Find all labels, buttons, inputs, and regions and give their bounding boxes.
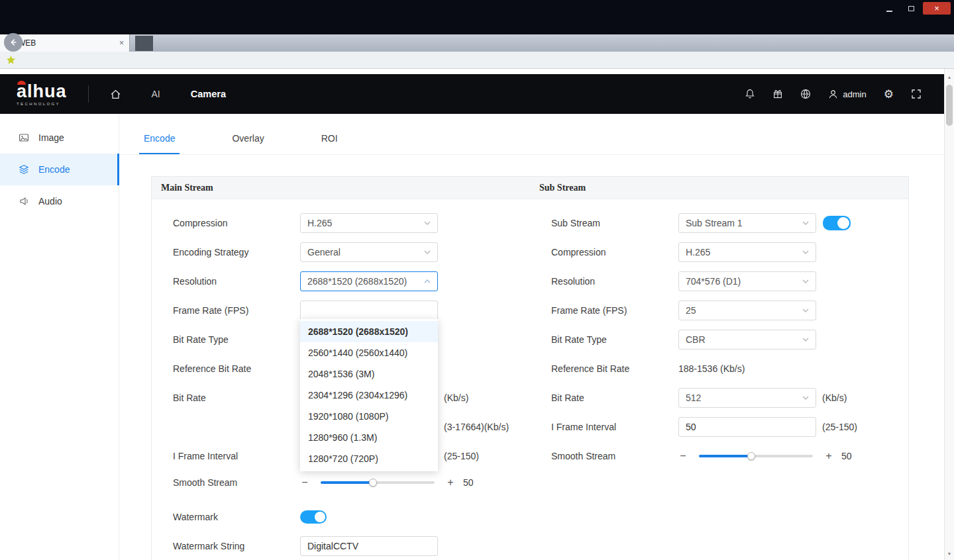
field-label: Resolution	[551, 276, 678, 287]
dropdown-option[interactable]: 2304*1296 (2304x1296)	[300, 385, 438, 406]
encode-layers-icon	[19, 164, 29, 175]
resolution-select[interactable]: 2688*1520 (2688x1520)	[300, 271, 438, 291]
nav-item-ai[interactable]: AI	[152, 89, 160, 99]
sub-stream-select[interactable]: Sub Stream 1	[678, 213, 816, 233]
sidebar: Image Encode Audio	[0, 114, 119, 560]
notification-bell-icon[interactable]	[745, 89, 755, 99]
sidebar-item-image[interactable]: Image	[0, 122, 119, 154]
user-menu[interactable]: admin	[828, 89, 866, 99]
dropdown-option[interactable]: 1920*1080 (1080P)	[300, 406, 438, 427]
dropdown-option[interactable]: 1280*960 (1.3M)	[300, 427, 438, 448]
panel-header: Main Stream Sub Stream	[152, 177, 908, 199]
compression-select[interactable]: H.265	[678, 242, 816, 262]
slider-handle[interactable]	[747, 452, 755, 460]
page-tabs: Encode Overlay ROI	[119, 114, 944, 155]
select-value: 704*576 (D1)	[686, 276, 741, 287]
select-value: H.265	[686, 247, 710, 257]
sub-stream-enable-toggle[interactable]	[823, 216, 851, 230]
select-value: H.265	[307, 218, 332, 228]
nav-item-camera[interactable]: Camera	[191, 89, 226, 99]
frame-rate-row: Frame Rate (FPS) 25	[530, 296, 908, 325]
select-value: 512	[686, 393, 701, 403]
field-label: Encoding Strategy	[173, 247, 300, 257]
header-divider	[88, 85, 89, 103]
dropdown-option[interactable]: 2688*1520 (2688x1520)	[300, 321, 438, 342]
dropdown-option[interactable]: 2560*1440 (2560x1440)	[300, 342, 438, 363]
chevron-up-icon	[424, 279, 431, 283]
header-nav: AI Camera	[110, 89, 226, 100]
dahua-logo: alhua TECHNOLOGY	[17, 83, 67, 106]
fullscreen-icon[interactable]	[911, 89, 922, 99]
slider-plus-button[interactable]: +	[446, 477, 455, 489]
resolution-select[interactable]: 704*576 (D1)	[678, 271, 816, 291]
watermark-string-row: Watermark String	[152, 532, 530, 560]
browser-back-button[interactable]	[4, 33, 23, 52]
tab-roi[interactable]: ROI	[317, 133, 343, 154]
browser-address-bar: http://192.168.1.108/#/index/camera/imgs…	[0, 17, 954, 34]
new-tab-button[interactable]	[135, 36, 153, 51]
scroll-up-arrow[interactable]: ▲	[945, 71, 954, 82]
tab-encode[interactable]: Encode	[139, 133, 180, 154]
bit-rate-type-select[interactable]: CBR	[678, 330, 816, 350]
sidebar-item-label: Image	[38, 132, 64, 143]
sidebar-item-audio[interactable]: Audio	[0, 185, 119, 217]
sub-stream-row: Sub Stream Sub Stream 1	[530, 209, 908, 238]
compression-select[interactable]: H.265	[300, 213, 438, 233]
slider-minus-button[interactable]: −	[678, 450, 688, 462]
scrollbar-thumb[interactable]	[946, 85, 953, 126]
favorite-page-star-icon[interactable]	[6, 55, 16, 65]
sidebar-item-encode[interactable]: Encode	[0, 154, 119, 185]
compression-row: Compression H.265	[530, 238, 908, 267]
brand-subtext: TECHNOLOGY	[17, 102, 67, 106]
dropdown-option[interactable]: 1280*720 (720P)	[300, 448, 438, 469]
scroll-down-arrow[interactable]: ▼	[945, 548, 954, 559]
tab-close-icon[interactable]: ×	[119, 38, 124, 48]
settings-gear-icon[interactable]: ⚙	[884, 89, 894, 100]
content-area: Encode Overlay ROI Main Stream Sub Strea…	[119, 114, 944, 560]
page-scrollbar[interactable]: ▲ ▼	[944, 69, 954, 560]
tab-overlay[interactable]: Overlay	[227, 133, 268, 154]
bit-rate-select[interactable]: 512	[678, 388, 816, 408]
watermark-string-input[interactable]	[300, 536, 438, 556]
toggle-knob	[315, 512, 325, 522]
smooth-stream-slider: − + 50	[300, 477, 474, 489]
select-value: CBR	[686, 334, 706, 345]
tab-title: WEB	[18, 38, 115, 48]
encoding-strategy-row: Encoding Strategy General	[152, 238, 530, 267]
frame-rate-select[interactable]	[300, 301, 438, 320]
resolution-row: Resolution 704*576 (D1)	[530, 267, 908, 296]
reference-bit-rate-value: 188-1536 (Kb/s)	[678, 363, 745, 374]
screen: × http://192.168.1.108/#/index/camera/im…	[0, 0, 954, 560]
field-label: Bit Rate	[173, 393, 300, 403]
chevron-down-icon	[802, 221, 809, 225]
field-label: Bit Rate Type	[551, 334, 678, 345]
slider-handle[interactable]	[369, 479, 377, 487]
resolution-row: Resolution 2688*1520 (2688x1520)	[152, 267, 530, 296]
dropdown-option[interactable]: 2048*1536 (3M)	[300, 363, 438, 385]
slider-plus-button[interactable]: +	[824, 450, 833, 462]
nav-home-icon[interactable]	[110, 89, 121, 100]
chevron-down-icon	[424, 250, 431, 254]
chevron-down-icon	[802, 250, 809, 254]
slider-track[interactable]	[699, 455, 813, 457]
watermark-row: Watermark	[152, 502, 530, 532]
user-icon	[828, 89, 838, 99]
audio-icon	[19, 196, 29, 207]
window-maximize-button[interactable]	[901, 2, 921, 15]
i-frame-hint: (25-150)	[822, 422, 857, 432]
main-stream-title: Main Stream	[152, 177, 530, 199]
window-close-button[interactable]: ×	[923, 2, 951, 15]
slider-minus-button[interactable]: −	[300, 477, 309, 489]
field-label: Watermark	[173, 512, 300, 522]
package-icon[interactable]	[772, 89, 783, 99]
favorites-bar	[0, 52, 954, 69]
frame-rate-select[interactable]: 25	[678, 301, 816, 320]
language-globe-icon[interactable]	[800, 89, 811, 99]
watermark-toggle[interactable]	[300, 510, 327, 524]
username-label: admin	[843, 89, 866, 99]
i-frame-interval-input[interactable]	[678, 417, 816, 437]
slider-track[interactable]	[321, 481, 435, 484]
main-stream-section: Compression H.265 Encoding Strategy Gene…	[152, 199, 530, 560]
encoding-strategy-select[interactable]: General	[300, 242, 438, 262]
window-minimize-button[interactable]	[879, 2, 899, 15]
